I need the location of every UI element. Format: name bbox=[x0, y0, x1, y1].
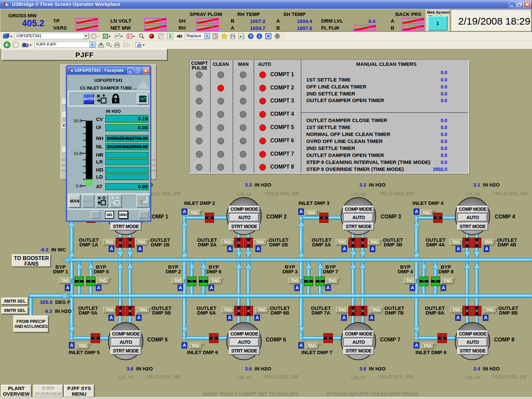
svg-text:S: S bbox=[169, 34, 172, 39]
svg-text:i: i bbox=[259, 34, 260, 39]
svg-text:?: ? bbox=[249, 34, 252, 39]
